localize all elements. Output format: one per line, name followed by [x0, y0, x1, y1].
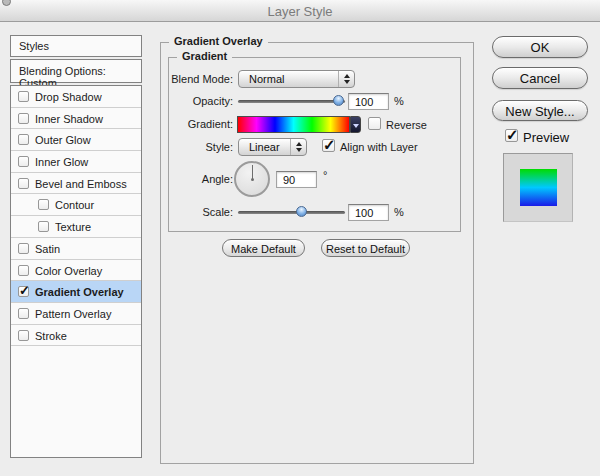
styles-header-label: Styles	[19, 40, 49, 52]
effect-label: Texture	[55, 221, 91, 233]
opacity-unit: %	[394, 95, 404, 107]
scale-input[interactable]: 100	[348, 204, 389, 221]
style-select[interactable]: Linear	[238, 138, 307, 156]
effect-checkbox[interactable]	[18, 330, 29, 341]
ok-button[interactable]: OK	[492, 36, 588, 58]
reverse-label: Reverse	[386, 119, 427, 131]
effect-checkbox[interactable]	[18, 265, 29, 276]
effect-label: Drop Shadow	[35, 91, 102, 103]
opacity-label: Opacity:	[165, 95, 233, 107]
sidebar-item-inner-shadow[interactable]: Inner Shadow	[11, 108, 141, 130]
sidebar-item-drop-shadow[interactable]: Drop Shadow	[11, 86, 141, 108]
sidebar-item-stroke[interactable]: Stroke	[11, 325, 141, 347]
effect-checkbox[interactable]	[18, 243, 29, 254]
gradient-label: Gradient:	[165, 118, 233, 130]
opacity-slider-thumb[interactable]	[333, 95, 344, 106]
effect-label: Inner Glow	[35, 156, 88, 168]
reset-to-default-button[interactable]: Reset to Default	[321, 239, 410, 257]
sidebar-item-pattern-overlay[interactable]: Pattern Overlay	[11, 303, 141, 325]
gradient-swatch[interactable]	[237, 116, 350, 133]
preview-checkbox[interactable]	[505, 129, 518, 142]
effect-label: Gradient Overlay	[35, 286, 124, 298]
effects-list: Drop Shadow Inner Shadow Outer Glow Inne…	[10, 85, 142, 458]
effect-checkbox[interactable]	[18, 286, 29, 297]
sidebar-item-bevel-and-emboss[interactable]: Bevel and Emboss	[11, 173, 141, 195]
gradient-group-title: Gradient	[177, 50, 232, 62]
effect-label: Bevel and Emboss	[35, 178, 127, 190]
styles-header[interactable]: Styles	[10, 35, 142, 57]
preview-thumbnail-well	[503, 153, 573, 222]
scale-slider-thumb[interactable]	[296, 206, 307, 217]
effect-checkbox[interactable]	[18, 134, 29, 145]
effect-label: Outer Glow	[35, 134, 91, 146]
sidebar-item-texture[interactable]: Texture	[11, 216, 141, 238]
effect-checkbox[interactable]	[18, 178, 29, 189]
effect-label: Contour	[55, 199, 94, 211]
effect-checkbox[interactable]	[18, 91, 29, 102]
sidebar-item-color-overlay[interactable]: Color Overlay	[11, 260, 141, 282]
sidebar-item-satin[interactable]: Satin	[11, 238, 141, 260]
sidebar-item-gradient-overlay[interactable]: Gradient Overlay	[11, 281, 141, 303]
layer-style-dialog: Layer Style Styles Blending Options: Cus…	[0, 0, 600, 476]
sidebar-item-outer-glow[interactable]: Outer Glow	[11, 129, 141, 151]
reverse-checkbox[interactable]	[368, 117, 381, 130]
opacity-slider[interactable]	[238, 100, 345, 103]
blend-mode-select[interactable]: Normal	[238, 70, 355, 88]
stepper-arrows-icon	[290, 139, 306, 155]
effect-label: Inner Shadow	[35, 113, 103, 125]
effect-checkbox[interactable]	[18, 113, 29, 124]
blend-mode-value: Normal	[249, 73, 284, 85]
effect-label: Pattern Overlay	[35, 308, 111, 320]
title-bar[interactable]: Layer Style	[0, 0, 600, 22]
effect-label: Stroke	[35, 330, 67, 342]
style-label: Style:	[165, 141, 233, 153]
angle-label: Angle:	[165, 173, 233, 185]
scale-label: Scale:	[165, 206, 233, 218]
style-value: Linear	[249, 141, 280, 153]
scale-unit: %	[394, 206, 404, 218]
sidebar-item-inner-glow[interactable]: Inner Glow	[11, 151, 141, 173]
angle-input[interactable]: 90	[276, 171, 317, 188]
angle-hub	[251, 178, 254, 181]
new-style-button[interactable]: New Style...	[492, 100, 588, 121]
make-default-button[interactable]: Make Default	[222, 239, 305, 257]
stepper-arrows-icon	[338, 71, 354, 87]
cancel-button[interactable]: Cancel	[492, 67, 588, 89]
scale-slider[interactable]	[238, 211, 345, 214]
align-with-layer-label: Align with Layer	[340, 141, 418, 153]
effect-checkbox[interactable]	[38, 221, 49, 232]
preview-thumbnail	[520, 169, 557, 206]
opacity-input[interactable]: 100	[348, 93, 389, 110]
effect-checkbox[interactable]	[18, 308, 29, 319]
preview-label: Preview	[523, 130, 569, 145]
sidebar-item-blending-options[interactable]: Blending Options: Custom	[10, 59, 142, 83]
effect-label: Satin	[35, 243, 60, 255]
effect-checkbox[interactable]	[18, 156, 29, 167]
window-title: Layer Style	[0, 4, 600, 19]
sidebar-item-contour[interactable]: Contour	[11, 194, 141, 216]
align-with-layer-checkbox[interactable]	[322, 139, 335, 152]
effect-checkbox[interactable]	[38, 199, 49, 210]
blend-mode-label: Blend Mode:	[165, 73, 233, 85]
angle-dial[interactable]	[234, 161, 270, 197]
angle-unit: °	[323, 169, 327, 181]
gradient-picker-arrow-icon[interactable]	[350, 116, 361, 133]
effect-label: Color Overlay	[35, 265, 102, 277]
gradient-overlay-group-title: Gradient Overlay	[169, 35, 268, 47]
